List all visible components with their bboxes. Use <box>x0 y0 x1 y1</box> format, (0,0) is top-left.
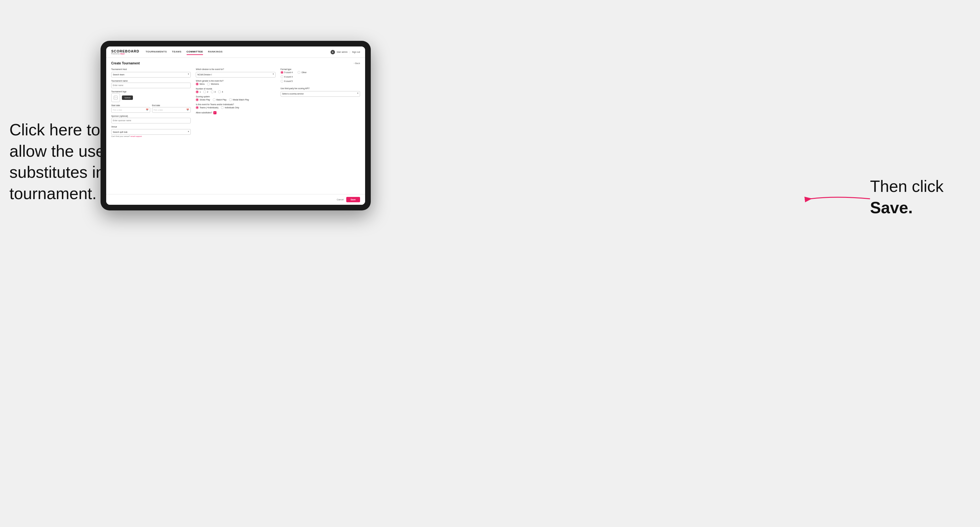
annotation-line4: tournament. <box>10 184 97 203</box>
division-wrapper: NCAA Division I <box>196 71 275 78</box>
content-area: Create Tournament ‹ Back Tournament Host… <box>106 58 365 194</box>
back-button[interactable]: ‹ Back <box>354 62 360 64</box>
end-date-input-wrapper[interactable]: Pick a date 📅 <box>152 107 191 113</box>
rounds-2-radio[interactable] <box>203 90 206 93</box>
format-5count4[interactable]: 5 count 4 <box>281 71 293 74</box>
nav-tournaments[interactable]: TOURNAMENTS <box>145 49 167 55</box>
rounds-label: Number of rounds <box>196 87 275 90</box>
scoring-medal-radio[interactable] <box>229 98 232 101</box>
rounds-radio-group: 1 2 3 4 <box>196 90 275 93</box>
rounds-4[interactable]: 4 <box>218 90 223 93</box>
tournament-logo-field: Tournament logo Upload <box>111 90 191 102</box>
format-6count4[interactable]: 6 count 4 <box>281 75 360 78</box>
gender-mens[interactable]: Mens <box>196 83 205 86</box>
logo-placeholder-icon <box>111 93 120 102</box>
event-teams-radio[interactable] <box>196 106 199 109</box>
logo-powered: Powered by clippd <box>111 53 139 55</box>
sponsor-input[interactable] <box>111 118 191 124</box>
start-date-input-wrapper[interactable]: Pick a date 📅 <box>111 107 150 113</box>
substitutes-label: Allow substitutes? <box>196 111 212 114</box>
page-header: Create Tournament ‹ Back <box>111 62 360 65</box>
form-col-right: Format type 5 count 4 Other <box>281 68 360 137</box>
tournament-name-input[interactable] <box>111 83 191 88</box>
venue-help-text: Can't find your venue? email support <box>111 135 191 137</box>
division-select[interactable]: NCAA Division I <box>196 72 275 78</box>
nav-committee[interactable]: COMMITTEE <box>187 49 203 55</box>
avatar: B <box>331 50 335 54</box>
format-6count4-radio[interactable] <box>281 75 283 78</box>
tournament-host-label: Tournament Host <box>111 68 191 70</box>
rounds-4-radio[interactable] <box>218 90 221 93</box>
rounds-field: Number of rounds 1 2 <box>196 87 275 93</box>
format-6count5-radio[interactable] <box>281 80 283 83</box>
scoring-radio-group: Stroke Play Match Play Medal Match Play <box>196 98 275 101</box>
signout-link[interactable]: Sign out <box>352 51 360 53</box>
start-date-label: Start date <box>111 104 150 106</box>
event-individuals[interactable]: Individuals Only <box>221 106 239 109</box>
substitutes-field: Allow substitutes? ✓ <box>196 111 275 114</box>
format-other-radio[interactable] <box>298 71 301 74</box>
right-arrow <box>804 191 873 206</box>
tournament-host-wrapper: Search team <box>111 71 191 78</box>
venue-email-link[interactable]: email support <box>131 135 142 137</box>
scoring-match[interactable]: Match Play <box>213 98 226 101</box>
rounds-1[interactable]: 1 <box>196 90 201 93</box>
nav-items: TOURNAMENTS TEAMS COMMITTEE RANKINGS <box>145 49 331 55</box>
gender-mens-radio[interactable] <box>196 83 199 86</box>
format-6count5[interactable]: 6 count 5 <box>281 80 360 83</box>
format-other[interactable]: Other <box>298 71 306 74</box>
event-for-field: Is this event for Teams and/or Individua… <box>196 103 275 109</box>
venue-wrapper: Search golf club <box>111 129 191 135</box>
scoring-api-select[interactable]: Select a scoring service <box>281 91 360 97</box>
save-button[interactable]: Save <box>346 197 360 202</box>
form-col-middle: Which division is the event for? NCAA Di… <box>196 68 275 137</box>
page-title: Create Tournament <box>111 62 140 65</box>
end-date-label: End date <box>152 104 191 106</box>
rounds-3[interactable]: 3 <box>211 90 216 93</box>
form-footer: Cancel Save <box>106 194 365 205</box>
format-type-field: Format type 5 count 4 Other <box>281 68 360 83</box>
scoring-stroke-radio[interactable] <box>196 98 199 101</box>
tournament-host-select[interactable]: Search team <box>111 72 191 78</box>
annotation-line1: Click here to <box>10 121 100 139</box>
tablet-frame: SCOREBOARD Powered by clippd TOURNAMENTS… <box>100 41 371 210</box>
calendar-icon: 📅 <box>146 109 149 111</box>
scoring-api-label: Use third-party live scoring API? <box>281 87 360 89</box>
sponsor-field: Sponsor (optional) <box>111 115 191 124</box>
nav-divider: | <box>349 51 350 53</box>
nav-right: B blair admin | Sign out <box>331 50 360 54</box>
division-field: Which division is the event for? NCAA Di… <box>196 68 275 78</box>
scoring-system-field: Scoring system Stroke Play Match Play <box>196 95 275 101</box>
event-teams[interactable]: Teams (+Individuals) <box>196 106 218 109</box>
cancel-button[interactable]: Cancel <box>337 198 344 201</box>
format-options-group: 5 count 4 Other 6 count 4 <box>281 71 360 83</box>
scoring-medal-match[interactable]: Medal Match Play <box>229 98 249 101</box>
venue-select[interactable]: Search golf club <box>111 129 191 135</box>
scoring-stroke[interactable]: Stroke Play <box>196 98 210 101</box>
annotation-right-line2: Save. <box>870 198 913 217</box>
scoring-api-field: Use third-party live scoring API? Select… <box>281 87 360 97</box>
event-for-label: Is this event for Teams and/or Individua… <box>196 103 275 106</box>
venue-field: Venue Search golf club Can't find your v… <box>111 125 191 138</box>
gender-womens[interactable]: Womens <box>207 83 219 86</box>
format-type-label: Format type <box>281 68 360 70</box>
tournament-logo-label: Tournament logo <box>111 90 191 93</box>
substitutes-checkbox[interactable]: ✓ <box>213 111 216 114</box>
date-row: Start date Pick a date 📅 End date Pick a… <box>111 104 191 113</box>
upload-button[interactable]: Upload <box>122 95 133 100</box>
tournament-name-label: Tournament name <box>111 80 191 82</box>
scoring-match-radio[interactable] <box>213 98 216 101</box>
gender-womens-radio[interactable] <box>207 83 210 86</box>
svg-point-3 <box>115 97 115 97</box>
nav-rankings[interactable]: RANKINGS <box>208 49 223 55</box>
gender-radio-group: Mens Womens <box>196 83 275 86</box>
event-individuals-radio[interactable] <box>221 106 224 109</box>
start-date-field: Start date Pick a date 📅 <box>111 104 150 113</box>
rounds-2[interactable]: 2 <box>203 90 208 93</box>
nav-teams[interactable]: TEAMS <box>172 49 181 55</box>
navbar: SCOREBOARD Powered by clippd TOURNAMENTS… <box>106 46 365 58</box>
logo-upload-area: Upload <box>111 93 191 102</box>
rounds-3-radio[interactable] <box>211 90 214 93</box>
format-5count4-radio[interactable] <box>281 71 283 74</box>
rounds-1-radio[interactable] <box>196 90 199 93</box>
